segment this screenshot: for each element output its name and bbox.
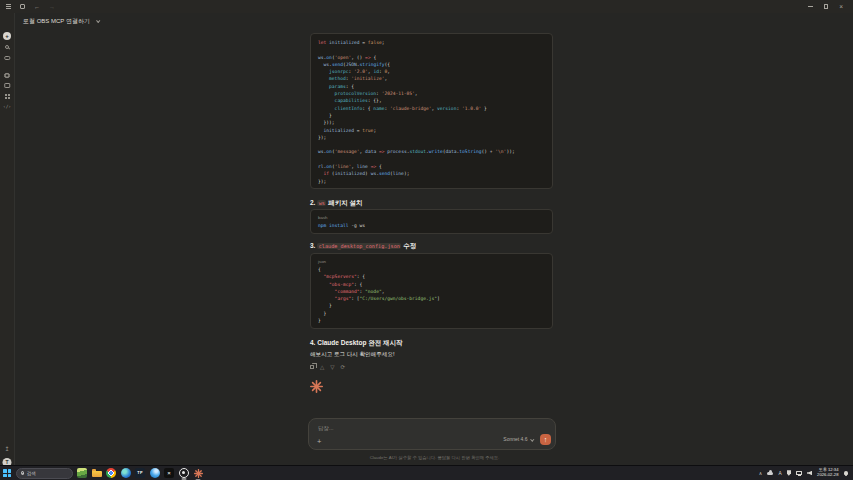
copy-icon[interactable] <box>310 365 314 369</box>
obs-studio-icon[interactable] <box>179 468 189 478</box>
window-titlebar: ← → × <box>0 0 853 13</box>
search-icon <box>21 471 24 474</box>
security-shield-icon[interactable] <box>787 470 792 476</box>
message-composer[interactable]: 답장... + Sonnet 4.6 ↑ <box>308 418 556 450</box>
chat-header: 로컬 OBS MCP 연결하기 <box>16 13 853 30</box>
section-heading-3: 3. claude_desktop_config.json 수정 <box>310 242 553 250</box>
file-explorer-icon[interactable] <box>92 468 102 478</box>
code-block-javascript: let initialized = false; ws.on('open', (… <box>310 33 553 189</box>
code-icon[interactable]: ‹/› <box>3 104 11 109</box>
new-chat-button[interactable]: + <box>3 32 11 40</box>
search-label: 검색 <box>27 471 36 476</box>
back-button[interactable]: ← <box>34 4 40 10</box>
code-language-label: json <box>318 259 545 264</box>
network-icon[interactable] <box>796 471 802 476</box>
desktop-screen: ← → × + ‹/› ↥ T 로컬 OBS MCP 연결하기 let init… <box>0 0 853 480</box>
ai-disclaimer: Claude는 AI가 실수할 수 있습니다. 응답을 다시 한번 확인해 주세… <box>16 455 853 460</box>
chat-title[interactable]: 로컬 OBS MCP 연결하기 <box>23 17 90 26</box>
blue-app-icon[interactable] <box>150 468 160 478</box>
thumbs-down-icon[interactable]: ▽ <box>330 364 334 370</box>
chevron-down-icon[interactable] <box>96 19 100 23</box>
claude-app-icon[interactable] <box>193 468 203 478</box>
chat-scroll-area[interactable]: let initialized = false; ws.on('open', (… <box>310 30 553 397</box>
send-button[interactable]: ↑ <box>540 434 551 445</box>
composer-placeholder[interactable]: 답장... <box>318 425 334 432</box>
chevron-down-icon <box>530 437 534 441</box>
section-heading-4: 4. Claude Desktop 완전 재시작 <box>310 339 553 347</box>
tp-app-icon[interactable]: TP <box>135 468 145 478</box>
code-block-bash: bash npm install -g ws <box>310 209 553 234</box>
retry-icon[interactable]: ⟳ <box>340 364 345 370</box>
section-heading-2: 2. ws 패키지 설치 <box>310 199 553 207</box>
chrome-icon[interactable] <box>106 468 116 478</box>
taskbar-search-box[interactable]: 검색 <box>16 468 73 479</box>
notification-bell-icon[interactable] <box>844 471 849 475</box>
chats-icon[interactable] <box>4 56 10 60</box>
model-selector[interactable]: Sonnet 4.6 <box>503 436 533 442</box>
minimize-button[interactable] <box>808 6 813 7</box>
x-app-icon[interactable]: × <box>164 468 174 478</box>
volume-icon[interactable] <box>807 471 812 476</box>
spaces-icon[interactable] <box>4 73 10 77</box>
hamburger-menu-icon[interactable] <box>6 6 11 7</box>
sidebar: + ‹/› ↥ T <box>0 13 15 465</box>
start-button[interactable] <box>3 469 11 477</box>
clock-date: 2026-02-28 <box>817 473 838 478</box>
onedrive-icon[interactable] <box>767 472 773 475</box>
ime-mode-indicator[interactable]: A <box>778 471 781 476</box>
tray-expand-icon[interactable]: ∧ <box>759 471 763 476</box>
game-app-icon[interactable] <box>77 468 87 478</box>
artifacts-icon[interactable] <box>5 94 7 96</box>
message-actions: △ ▽ ⟳ <box>310 363 553 370</box>
close-button[interactable]: × <box>839 4 843 10</box>
attach-plus-button[interactable]: + <box>317 438 321 445</box>
projects-icon[interactable] <box>4 83 10 88</box>
inline-code: claude_desktop_config.json <box>317 243 401 249</box>
taskbar-clock[interactable]: 오후 12:34 2026-02-28 <box>817 468 838 478</box>
sidebar-toggle-icon[interactable] <box>20 4 25 9</box>
maximize-button[interactable] <box>824 4 829 9</box>
forward-button[interactable]: → <box>49 4 55 10</box>
code-block-json: json { "mcpServers": { "obs-mcp": { "com… <box>310 253 553 329</box>
edge-icon[interactable] <box>121 468 131 478</box>
assistant-closing-text: 해보시고 로그 다시 확인해주세요! <box>310 351 553 358</box>
claude-logo-icon <box>310 380 323 393</box>
thumbs-up-icon[interactable]: △ <box>320 364 324 370</box>
model-name: Sonnet 4.6 <box>503 436 527 442</box>
share-icon[interactable]: ↥ <box>4 445 9 452</box>
search-icon[interactable] <box>5 45 9 49</box>
code-language-label: bash <box>318 215 545 220</box>
windows-taskbar: 검색 TP × <box>0 465 853 480</box>
